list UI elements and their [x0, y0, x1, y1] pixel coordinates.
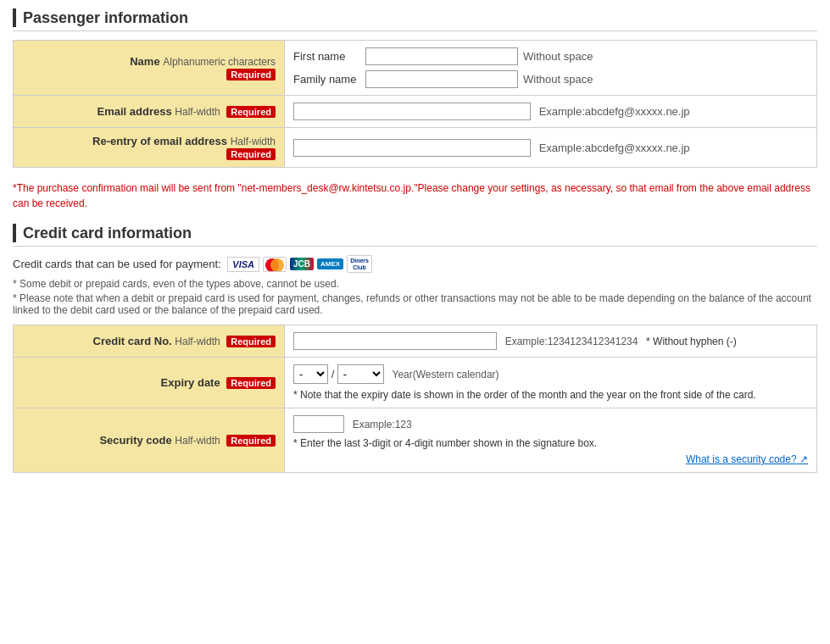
diners-logo: DinersClub: [347, 255, 372, 273]
first-name-row: First name Without space: [293, 47, 808, 65]
credit-section-header: Credit card information: [13, 224, 817, 247]
credit-form-table: Credit card No. Half-width Required Exam…: [13, 325, 817, 473]
first-name-label: First name: [293, 50, 365, 63]
re-email-sublabel: Half-width: [231, 136, 276, 147]
card-no-content-cell: Example:1234123412341234 * Without hyphe…: [285, 325, 817, 358]
security-link-row: What is a security code? ↗: [293, 452, 808, 465]
name-required-badge: Required: [226, 69, 276, 80]
email-content-cell: Example:abcdefg@xxxxx.ne.jp: [285, 96, 817, 128]
name-content-cell: First name Without space Family name Wit…: [285, 41, 817, 96]
security-sublabel: Half-width: [175, 435, 220, 447]
re-email-input[interactable]: [293, 139, 531, 157]
security-content-cell: Example:123 * Enter the last 3-digit or …: [285, 408, 817, 473]
card-note2: * Please note that when a debit or prepa…: [13, 292, 817, 316]
expiry-note: * Note that the expiry date is shown in …: [293, 389, 808, 401]
re-email-content-cell: Example:abcdefg@xxxxx.ne.jp: [285, 128, 817, 168]
card-no-sublabel: Half-width: [175, 336, 220, 347]
name-label-cell: Name Alphanumeric characters Required: [14, 41, 285, 96]
passenger-section-title: Passenger information: [23, 9, 188, 27]
security-example: Example:123: [353, 419, 412, 430]
email-example: Example:abcdefg@xxxxx.ne.jp: [539, 105, 690, 118]
security-input-row: Example:123: [293, 415, 808, 433]
security-row: Security code Half-width Required Exampl…: [14, 408, 817, 473]
card-no-label: Credit card No.: [93, 335, 172, 347]
credit-header-bar: [13, 224, 16, 242]
security-link-text: What is a security code?: [686, 453, 797, 465]
email-required-badge: Required: [226, 106, 276, 118]
name-label: Name: [130, 55, 159, 68]
expiry-content-cell: - 010203 040506 070809 101112 / - 202420…: [285, 358, 817, 408]
visa-logo: VISA: [227, 257, 259, 272]
card-no-label-cell: Credit card No. Half-width Required: [14, 325, 285, 358]
passenger-section-header: Passenger information: [13, 8, 817, 31]
mastercard-logo: [263, 257, 287, 272]
name-sublabel: Alphanumeric characters: [163, 56, 276, 68]
family-name-input[interactable]: [365, 70, 518, 88]
card-no-example: Example:1234123412341234: [505, 336, 638, 347]
security-label-cell: Security code Half-width Required: [14, 408, 285, 473]
header-bar: [13, 8, 16, 27]
card-no-note: * Without hyphen (-): [646, 336, 737, 347]
email-sublabel: Half-width: [175, 106, 220, 118]
expiry-month-select[interactable]: - 010203 040506 070809 101112: [293, 364, 328, 384]
security-label: Security code: [99, 434, 171, 447]
card-no-input[interactable]: [293, 332, 497, 350]
email-row: Email address Half-width Required Exampl…: [14, 96, 817, 128]
credit-section-title: Credit card information: [23, 225, 192, 242]
card-logos: VISA JCB AMEX DinersClub: [227, 255, 372, 273]
card-no-required-badge: Required: [226, 336, 276, 347]
security-required-badge: Required: [226, 435, 276, 447]
amex-logo: AMEX: [317, 258, 343, 269]
accepted-cards-row: Credit cards that can be used for paymen…: [13, 255, 817, 273]
expiry-year-label: Year(Western calendar): [392, 369, 499, 380]
re-email-label: Re-entry of email address: [92, 135, 227, 147]
security-note: * Enter the last 3-digit or 4-digit numb…: [293, 437, 808, 449]
family-name-row: Family name Without space: [293, 70, 808, 88]
re-email-required-badge: Required: [226, 148, 276, 160]
expiry-required-badge: Required: [226, 377, 276, 389]
jcb-logo: JCB: [290, 258, 314, 270]
expiry-label: Expiry date: [161, 376, 220, 389]
mc-circle-right: [270, 258, 284, 272]
re-email-row: Re-entry of email address Half-width Req…: [14, 128, 817, 168]
card-note1: * Some debit or prepaid cards, even of t…: [13, 278, 817, 290]
name-row: Name Alphanumeric characters Required Fi…: [14, 41, 817, 96]
expiry-row: Expiry date Required - 010203 040506 070…: [14, 358, 817, 408]
re-email-label-cell: Re-entry of email address Half-width Req…: [14, 128, 285, 168]
passenger-form-table: Name Alphanumeric characters Required Fi…: [13, 40, 817, 168]
expiry-label-cell: Expiry date Required: [14, 358, 285, 408]
passenger-section: Passenger information Name Alphanumeric …: [13, 8, 817, 211]
security-link-icon: ↗: [799, 453, 808, 465]
warning-text: *The purchase confirmation mail will be …: [13, 180, 817, 211]
accepted-cards-label: Credit cards that can be used for paymen…: [13, 258, 221, 270]
email-label-cell: Email address Half-width Required: [14, 96, 285, 128]
family-name-label: Family name: [293, 73, 365, 86]
security-code-link[interactable]: What is a security code? ↗: [686, 453, 808, 465]
card-no-row: Credit card No. Half-width Required Exam…: [14, 325, 817, 358]
security-code-input[interactable]: [293, 415, 344, 433]
credit-section: Credit card information Credit cards tha…: [13, 224, 817, 473]
first-name-input[interactable]: [365, 47, 518, 65]
family-name-note: Without space: [523, 73, 593, 86]
expiry-separator: /: [331, 368, 337, 380]
email-input[interactable]: [293, 103, 531, 120]
first-name-note: Without space: [523, 50, 593, 63]
email-label: Email address: [97, 105, 172, 118]
expiry-year-select[interactable]: - 202420252026 202720282029 2030: [337, 364, 384, 384]
re-email-example: Example:abcdefg@xxxxx.ne.jp: [539, 142, 690, 154]
expiry-selects-row: - 010203 040506 070809 101112 / - 202420…: [293, 364, 808, 384]
